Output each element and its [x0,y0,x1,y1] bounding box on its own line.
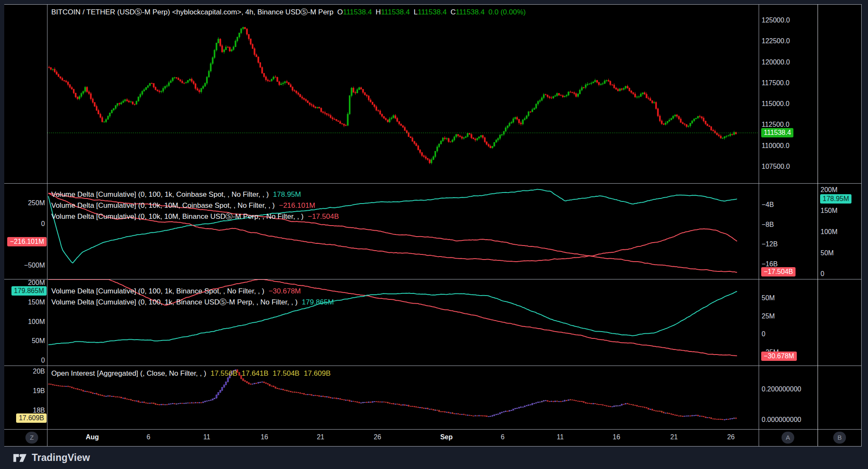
symbol-legend[interactable]: BITCOIN / TETHER (USDⓈ-M Perp) <hyblockc… [51,8,529,17]
time-axis-label: 6 [501,433,504,441]
indicator-value: 17.609B [304,369,331,377]
last-value-badge: 111538.4 [761,128,793,137]
axis-tick-label: 150M [4,298,47,307]
indicator-value: 17.641B [242,369,268,377]
time-axis-label: 21 [670,433,678,441]
time-axis-label: 21 [317,433,324,441]
axis-tick-label: 115000.0 [759,100,817,108]
axis-tick-label: 0 [759,330,817,338]
axis-tick-label: 25M [759,312,817,321]
time-axis-label: Aug [86,433,99,441]
axis-tick-label: −500M [4,261,47,270]
time-axis-separator [4,429,862,430]
chart-right-border [861,4,862,446]
indicator-title: Volume Delta [Cumulative] (0, 10k, 10M, … [51,212,303,221]
axis-tick-label: −4B [759,201,817,209]
indicator-legend-row[interactable]: Volume Delta [Cumulative] (0, 100, 1k, B… [51,297,334,308]
last-value-badge: 179.865M [11,286,47,296]
tradingview-chart-window: BITCOIN / TETHER (USDⓈ-M Perp) <hyblockc… [0,0,868,469]
ohlc-label: O [337,8,343,16]
footer-bar: TradingView [0,447,868,469]
time-axis-label: 26 [727,433,735,441]
axis-tick-label: 100M [4,318,47,326]
right-price-scale-outer[interactable]: 200M150M100M50M0178.95M [818,4,861,446]
indicator-legend-pane-a: Volume Delta [Cumulative] (0, 100, 1k, C… [51,189,339,222]
last-value-badge: −216.101M [7,237,47,246]
scale-b-button[interactable]: B [833,432,846,444]
right-price-scale-inner[interactable]: 125000.0122500.0120000.0117500.0115000.0… [759,4,817,446]
axis-tick-label: 0 [4,220,47,228]
indicator-value: 17.556B [211,369,237,377]
axis-tick-label: 107500.0 [759,162,817,171]
chart-bottom-border [4,446,862,447]
indicator-title: Volume Delta [Cumulative] (0, 100, 1k, B… [51,287,264,295]
axis-tick-label: −12B [759,240,817,248]
indicator-legend-row[interactable]: Volume Delta [Cumulative] (0, 100, 1k, C… [51,189,339,200]
axis-tick-label: 0 [4,356,47,365]
last-value-badge: −30.678M [761,352,797,361]
tradingview-logo-icon[interactable] [13,453,27,463]
indicator-value: −216.101M [279,201,315,209]
ohlc-value: 111538.4 [456,8,484,16]
last-value-badge: 178.95M [820,194,851,204]
left-price-scale[interactable]: 250M0−500M−216.101M200M150M100M50M0179.8… [4,4,47,446]
indicator-legend-row[interactable]: Open Interest [Aggregated] (, Close, No … [51,368,331,379]
indicator-legend-row[interactable]: Volume Delta [Cumulative] (0, 10k, 10M, … [51,211,339,222]
indicator-legend-row[interactable]: Volume Delta [Cumulative] (0, 10k, 10M, … [51,200,339,211]
pane-separator-2[interactable] [4,279,862,279]
tradingview-logo-text[interactable]: TradingView [32,452,90,463]
scale-a-button[interactable]: A [782,432,794,444]
indicator-legend-pane-b: Volume Delta [Cumulative] (0, 100, 1k, B… [51,286,334,308]
indicator-title: Open Interest [Aggregated] (, Close, No … [51,369,206,377]
ohlc-value: 111538.4 [343,8,372,16]
ohlc-label: H [376,8,381,16]
axis-tick-label: 0.200000000 [759,385,817,394]
axis-tick-label: 110000.0 [759,142,817,150]
btc-usdt-4h-close-path-approx[interactable] [48,27,737,165]
ohlc-value: 111538.4 [417,8,446,16]
axis-tick-label: 50M [4,337,47,345]
axis-tick-label: 120000.0 [759,58,817,67]
axis-tick-label: 122500.0 [759,37,817,45]
indicator-legend-row[interactable]: Volume Delta [Cumulative] (0, 100, 1k, B… [51,286,334,297]
last-value-badge: −17.504B [761,267,796,276]
price-pane-canvas[interactable] [47,4,759,183]
axis-tick-label: 150M [818,207,861,215]
time-axis-label: 6 [147,433,150,441]
indicator-value: 178.95M [273,190,301,198]
axis-tick-label: 50M [818,249,861,257]
indicator-title: Volume Delta [Cumulative] (0, 100, 1k, C… [51,190,269,198]
axis-tick-label: 0.000000000 [759,416,817,424]
indicator-legend-open-interest: Open Interest [Aggregated] (, Close, No … [51,368,331,379]
axis-tick-label: 100M [818,228,861,236]
pane-separator-1[interactable] [4,183,862,184]
axis-tick-label: 19B [4,387,47,395]
left-scale-border [47,4,47,446]
time-axis-label: 11 [203,433,211,441]
axis-tick-label: 0 [818,270,861,278]
axis-tick-label: 200M [818,186,861,194]
axis-tick-label: −8B [759,221,817,229]
indicator-title: Volume Delta [Cumulative] (0, 100, 1k, B… [51,298,298,306]
axis-tick-label: 250M [4,199,47,207]
indicator-value: 179.865M [302,298,334,306]
time-axis-label: 11 [557,433,564,441]
ohlc-label: C [451,8,456,16]
symbol-title[interactable]: BITCOIN / TETHER (USDⓈ-M Perp) <hyblockc… [51,8,334,16]
time-axis-label: 26 [374,433,381,441]
pane-separator-3[interactable] [4,366,862,366]
last-value-badge: 17.609B [16,413,47,423]
indicator-value: 17.504B [273,369,299,377]
axis-tick-label: 117500.0 [759,79,817,87]
axis-tick-label: 125000.0 [759,16,817,25]
time-axis-label: Sep [440,433,453,441]
time-axis-label: 16 [612,433,620,441]
indicator-title: Volume Delta [Cumulative] (0, 10k, 10M, … [51,201,275,209]
timezone-z-button[interactable]: Z [25,432,38,444]
ohlc-values: O111538.4H111538.4L111538.4C111538.4 [337,8,489,16]
indicator-value: −17.504B [308,212,339,221]
ohlc-value: 111538.4 [381,8,410,16]
change-value: 0.0 (0.00%) [489,8,526,16]
pane-border-top [4,4,862,5]
indicator-value: −30.678M [269,287,301,295]
